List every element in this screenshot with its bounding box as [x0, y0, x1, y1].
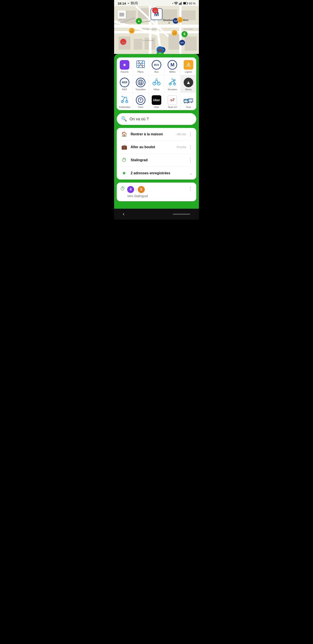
moins-icon: ▲ [184, 78, 193, 87]
transport-cell-lignes[interactable]: ⚠ Lignes [181, 58, 196, 75]
back-button[interactable]: ‹ [123, 211, 124, 217]
recent-trip-card: ⏱ 4 · 5 Vers Stalingrad ⋮ [117, 182, 196, 201]
svg-rect-21 [179, 6, 182, 54]
svg-text:➜ Rue Blondel: ➜ Rue Blondel [142, 40, 154, 41]
svg-rect-2 [181, 2, 182, 5]
bus-tag: BUS [157, 52, 164, 54]
transport-cell-transilien[interactable]: Transilien [133, 75, 148, 92]
svg-point-67 [188, 102, 189, 103]
signal-icon [179, 2, 182, 5]
work-more-button[interactable]: ⋮ [188, 144, 193, 150]
work-time: Proche [177, 145, 186, 149]
recent-destination: Vers Stalingrad [127, 194, 188, 198]
search-bar[interactable]: 🔍 On va où ? [117, 113, 196, 125]
bus-label: Bus [155, 70, 159, 73]
saved-text: 2 adresses enregistrées [131, 171, 190, 175]
bike-pin-2[interactable]: 🚲 [120, 39, 126, 45]
tram-label: Tram [138, 106, 143, 108]
transport-cell-tous[interactable]: Tous [181, 93, 196, 110]
taxisg7-label: Taxis G7 [168, 106, 177, 108]
metro-label: Métro [169, 70, 175, 73]
home-title: Rentrer à la maison [131, 132, 175, 136]
stalingrad-more-button[interactable]: ⋮ [188, 157, 193, 163]
status-bar: 18:14 ➜ BUS • 60 % [114, 0, 199, 6]
recent-lines-row: 4 · 5 [127, 186, 188, 193]
wifi-icon [174, 2, 178, 5]
scooters-label: Scooters [168, 88, 177, 91]
map-area: Rue de Saint-Denis Rue Sainte-Apolline ➜… [114, 6, 199, 54]
scooter-pin-1[interactable]: 🛵 [177, 17, 183, 23]
transport-cell-velos[interactable]: Vélos [149, 75, 165, 92]
transport-cell-uber[interactable]: Uber Uber [149, 93, 165, 110]
home-more-button[interactable]: ⋮ [188, 132, 193, 137]
svg-point-41 [140, 83, 140, 84]
metro-icon: M [168, 60, 177, 70]
transport-cell-trottinettes[interactable]: Trottinettes [117, 93, 133, 110]
svg-rect-13 [134, 39, 142, 50]
plans-label: Plans [138, 70, 144, 73]
stalingrad-icon: ⏱ [120, 157, 128, 163]
velos-label: Vélos [153, 88, 160, 91]
lignes-label: Lignes [185, 70, 192, 73]
transport-cell-favoris[interactable]: ★ Favoris [117, 58, 133, 75]
home-icon: 🏠 [120, 132, 128, 137]
svg-rect-60 [184, 100, 186, 101]
work-text: Aller au boulot [131, 145, 177, 149]
quick-item-saved[interactable]: ★ 2 adresses enregistrées ⌄ [117, 167, 196, 180]
tous-label: Tous [186, 106, 191, 108]
svg-point-62 [184, 102, 185, 103]
dot-icon: • [172, 2, 173, 5]
home-indicator[interactable] [173, 214, 190, 215]
bus-pin-2[interactable]: BUS [179, 40, 185, 46]
taxisg7-icon: G7 [168, 95, 177, 105]
bus-status-badge: BUS [131, 1, 138, 5]
transport-cell-bus[interactable]: BUS Bus [149, 58, 165, 75]
search-placeholder: On va où ? [130, 117, 149, 122]
scooter-pin-3[interactable]: 🛵 [129, 28, 135, 34]
transport-cell-plans[interactable]: Plans [133, 58, 148, 75]
stalingrad-text: Stalingrad [131, 158, 188, 162]
metro-line-4-badge: 4 [127, 186, 134, 193]
svg-rect-65 [188, 99, 190, 100]
work-icon: 💼 [120, 144, 128, 150]
svg-point-49 [172, 80, 173, 80]
home-text: Rentrer à la maison [131, 132, 175, 136]
scooter-pin-2[interactable]: 🛵 [172, 30, 177, 36]
transport-cell-rer[interactable]: RER RER [117, 75, 133, 92]
svg-rect-61 [186, 100, 188, 101]
saved-chevron[interactable]: ⌄ [190, 171, 193, 176]
saved-title: 2 adresses enregistrées [131, 171, 190, 175]
velos-icon [152, 78, 161, 87]
transport-cell-taxisg7[interactable]: G7 Taxis G7 [165, 93, 180, 110]
bike-pin-1[interactable]: 🚲 [152, 8, 158, 14]
hamburger-menu[interactable] [118, 10, 126, 19]
line-6-pin[interactable]: 6 [182, 31, 188, 37]
quick-item-stalingrad[interactable]: ⏱ Stalingrad ⋮ [117, 154, 196, 167]
svg-rect-0 [179, 4, 180, 5]
svg-rect-66 [190, 99, 192, 100]
svg-point-56 [122, 97, 123, 98]
transport-cell-moins[interactable]: ▲ Moins [181, 75, 196, 92]
plans-icon [136, 60, 145, 70]
saved-star-icon: ★ [120, 170, 128, 176]
transport-cell-tram[interactable]: T Tram [133, 93, 148, 110]
quick-item-home[interactable]: 🏠 Rentrer à la maison ~46 min ⋮ [117, 128, 196, 141]
status-icons: • 60 % [172, 2, 195, 5]
svg-rect-16 [185, 36, 197, 51]
recent-more-button[interactable]: ⋮ [188, 186, 193, 192]
transport-cell-metro[interactable]: M Métro [165, 58, 180, 75]
work-title: Aller au boulot [131, 145, 177, 149]
svg-rect-1 [180, 3, 181, 5]
moins-label: Moins [185, 88, 192, 91]
home-time: ~46 min [175, 132, 186, 136]
transport-cell-scooters[interactable]: Scooters [165, 75, 180, 92]
trottinettes-label: Trottinettes [119, 106, 131, 108]
svg-text:s: s [168, 21, 170, 24]
transport-row-3: Trottinettes T Tram Uber Uber [117, 93, 196, 110]
transilien-label: Transilien [135, 88, 146, 91]
transport-row-2: RER RER Transilien [117, 75, 196, 93]
bottom-sheet: ★ Favoris [114, 54, 199, 209]
quick-item-work[interactable]: 💼 Aller au boulot Proche ⋮ [117, 141, 196, 154]
star-pin[interactable]: ★ [136, 18, 142, 24]
dot-separator: · [135, 187, 136, 192]
